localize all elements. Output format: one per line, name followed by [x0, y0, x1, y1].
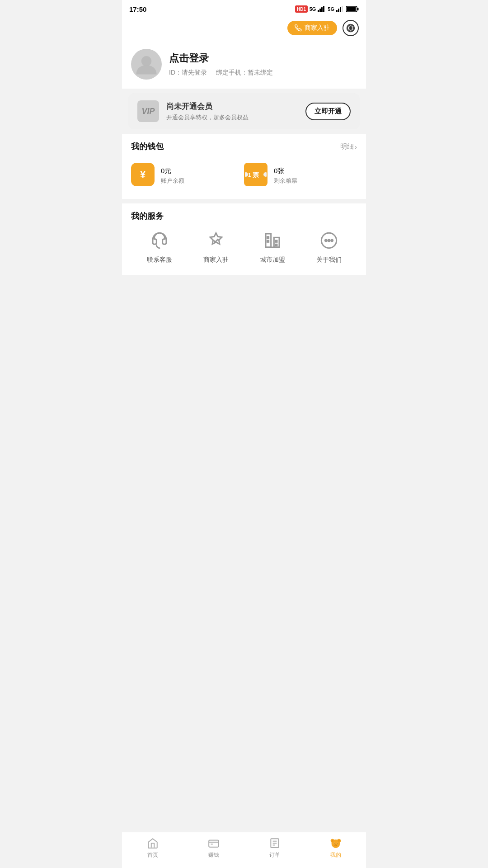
- svg-point-33: [328, 240, 330, 241]
- services-grid: 联系客服 商家入驻: [131, 229, 357, 264]
- vip-text: 尚未开通会员 开通会员享特权，超多会员权益: [166, 101, 298, 122]
- svg-rect-2: [318, 10, 319, 12]
- avatar-icon: [134, 52, 159, 76]
- svg-point-16: [350, 27, 351, 28]
- balance-num: 0元: [161, 164, 184, 175]
- svg-rect-3: [319, 9, 321, 12]
- wallet-tickets-item[interactable]: 票 1 0张 剩余粮票: [244, 159, 357, 190]
- svg-rect-4: [321, 7, 323, 12]
- wallet-detail-link[interactable]: 明细 ›: [340, 142, 357, 151]
- balance-icon: ¥: [131, 163, 155, 186]
- svg-point-34: [331, 240, 333, 241]
- svg-rect-27: [267, 237, 268, 238]
- service-about-us[interactable]: 关于我们: [311, 229, 347, 264]
- avatar: [131, 49, 162, 80]
- svg-rect-30: [275, 244, 277, 245]
- status-bar: 17:50 HD1 5G 5G: [122, 0, 366, 16]
- customer-service-label: 联系客服: [147, 256, 172, 264]
- profile-info: 点击登录 ID：请先登录 绑定手机：暂未绑定: [169, 52, 357, 77]
- camera-icon: [346, 24, 355, 33]
- services-title: 我的服务: [131, 211, 164, 222]
- city-alliance-label: 城市加盟: [260, 256, 285, 264]
- profile-meta: ID：请先登录 绑定手机：暂未绑定: [169, 69, 357, 77]
- hd-icon: HD1: [295, 5, 308, 13]
- signal1-icon: [318, 6, 326, 12]
- wallet-section: 我的钱包 明细 › ¥ 0元 账户余额: [122, 134, 366, 199]
- ticket-svg: 票 1: [245, 164, 267, 185]
- svg-text:HD1: HD1: [297, 7, 306, 12]
- more-icon: [317, 229, 341, 252]
- svg-rect-8: [340, 7, 341, 12]
- signal2-icon: [336, 6, 344, 12]
- top-action-bar: 商家入驻: [122, 16, 366, 42]
- ticket-icon: 票 1: [244, 163, 267, 186]
- vip-title: 尚未开通会员: [166, 101, 298, 112]
- vip-desc: 开通会员享特权，超多会员权益: [166, 113, 298, 122]
- svg-text:¥: ¥: [140, 169, 146, 180]
- svg-rect-29: [275, 241, 277, 242]
- svg-rect-11: [347, 7, 356, 11]
- svg-text:1: 1: [248, 172, 251, 178]
- status-time: 17:50: [129, 5, 146, 13]
- service-merchant-entry[interactable]: 商家入驻: [198, 229, 234, 264]
- vip-icon: VIP: [137, 100, 159, 122]
- merchant-entry-label: 商家入驻: [203, 256, 229, 264]
- svg-rect-6: [336, 10, 338, 12]
- balance-label: 账户余额: [161, 177, 184, 185]
- wallet-balance-item[interactable]: ¥ 0元 账户余额: [131, 159, 244, 190]
- tickets-value: 0张 剩余粮票: [274, 164, 297, 185]
- service-customer-service[interactable]: 联系客服: [141, 229, 178, 264]
- balance-value: 0元 账户余额: [161, 164, 184, 185]
- headset-icon: [148, 229, 171, 252]
- yuan-icon: ¥: [136, 168, 150, 181]
- svg-point-17: [141, 56, 152, 66]
- svg-rect-9: [342, 6, 343, 12]
- status-icons: HD1 5G 5G: [295, 5, 359, 13]
- wallet-title: 我的钱包: [131, 141, 164, 152]
- tickets-num: 0张: [274, 164, 297, 175]
- profile-name[interactable]: 点击登录: [169, 52, 357, 65]
- services-header: 我的服务: [131, 211, 357, 222]
- svg-rect-12: [357, 8, 359, 10]
- building-icon: [261, 229, 284, 252]
- services-section: 我的服务 联系客服: [122, 203, 366, 275]
- signal1-label: 5G: [310, 6, 316, 12]
- svg-text:票: 票: [253, 171, 259, 179]
- vip-open-button[interactable]: 立即开通: [305, 103, 351, 120]
- about-us-label: 关于我们: [316, 256, 342, 264]
- merchant-entry-button[interactable]: 商家入驻: [287, 21, 337, 35]
- vip-card[interactable]: VIP 尚未开通会员 开通会员享特权，超多会员权益 立即开通: [128, 93, 360, 129]
- wallet-items: ¥ 0元 账户余额: [131, 159, 357, 190]
- svg-point-32: [325, 240, 327, 241]
- profile-id: ID：请先登录: [169, 69, 207, 77]
- tickets-label: 剩余粮票: [274, 177, 297, 185]
- signal2-label: 5G: [328, 6, 334, 12]
- camera-button[interactable]: [343, 20, 359, 36]
- svg-rect-28: [267, 241, 268, 242]
- verified-icon: [204, 229, 228, 252]
- battery-icon: [346, 6, 359, 12]
- phone-icon: [295, 24, 302, 32]
- profile-section[interactable]: 点击登录 ID：请先登录 绑定手机：暂未绑定: [122, 42, 366, 89]
- profile-phone: 绑定手机：暂未绑定: [216, 69, 273, 77]
- svg-rect-7: [338, 9, 339, 12]
- wallet-header: 我的钱包 明细 ›: [131, 141, 357, 152]
- service-city-alliance[interactable]: 城市加盟: [254, 229, 291, 264]
- svg-rect-5: [323, 6, 324, 12]
